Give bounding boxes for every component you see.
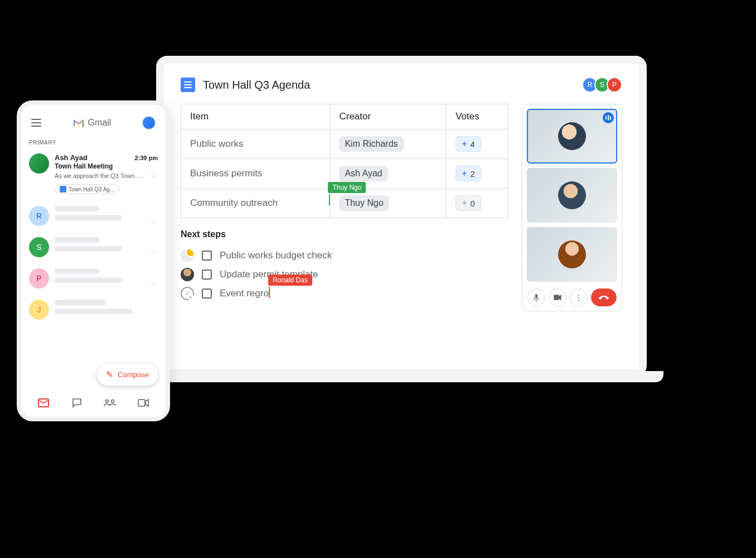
- doc-title[interactable]: Town Hall Q3 Agenda: [203, 79, 310, 92]
- attachment-chip[interactable]: Town Hall Q3 Ag...: [55, 184, 119, 194]
- cell-votes[interactable]: +4: [447, 129, 508, 159]
- cell-text: Community outreach: [190, 198, 278, 208]
- email-list-item-placeholder[interactable]: P ☆: [29, 263, 158, 294]
- doc-body: Item Creator Votes Public works Kim Rich…: [181, 104, 622, 311]
- meet-controls: ⋮: [527, 286, 617, 306]
- more-options-button[interactable]: ⋮: [570, 288, 588, 306]
- vote-count: 4: [470, 140, 474, 149]
- compose-label: Compose: [118, 371, 149, 379]
- participant-video: [527, 168, 617, 223]
- plus-icon: +: [462, 198, 467, 208]
- sender-avatar: [29, 153, 49, 174]
- star-icon[interactable]: ☆: [150, 170, 158, 181]
- collab-cursor-red: [269, 287, 270, 298]
- cell-item[interactable]: Community outreach: [181, 189, 330, 218]
- assignee-avatar[interactable]: [181, 268, 194, 281]
- laptop-base: [139, 371, 663, 382]
- collab-cursor-label: Ronald Das: [268, 275, 312, 286]
- step-text-wrap[interactable]: Event regro Ronald Das: [220, 288, 269, 299]
- laptop-device-frame: Town Hall Q3 Agenda R S P Item Creator V…: [156, 56, 647, 377]
- vote-button[interactable]: +0: [455, 195, 481, 211]
- participant-video: [527, 227, 617, 282]
- checkbox[interactable]: [202, 251, 212, 261]
- collaborator-avatar-p[interactable]: P: [607, 77, 622, 93]
- sender-avatar: S: [29, 237, 49, 257]
- mic-button[interactable]: [527, 288, 545, 306]
- checkbox[interactable]: [202, 288, 212, 299]
- docs-attachment-icon: [60, 186, 66, 193]
- email-subject: Town Hall Meeting: [55, 162, 158, 170]
- star-icon[interactable]: ☆: [150, 247, 158, 257]
- email-list-item-placeholder[interactable]: R ☆: [29, 200, 158, 232]
- email-list-item-placeholder[interactable]: S ☆: [29, 232, 158, 263]
- step-text[interactable]: Public works budget check: [220, 250, 332, 261]
- gmail-logo-icon: [72, 118, 85, 127]
- creator-chip[interactable]: Kim Richards: [339, 136, 403, 152]
- checkbox[interactable]: [202, 270, 212, 280]
- cell-creator[interactable]: Kim Richards: [330, 129, 447, 159]
- step-text: Event regro: [220, 288, 269, 299]
- table-header-row: Item Creator Votes: [181, 104, 508, 129]
- sender-avatar: J: [29, 300, 49, 320]
- hangup-button[interactable]: [591, 288, 617, 306]
- email-time: 2:39 pm: [134, 155, 158, 161]
- gmail-header: Gmail: [29, 112, 158, 137]
- bottom-nav: [21, 393, 166, 412]
- svg-point-0: [106, 400, 109, 403]
- col-item: Item: [181, 104, 330, 129]
- creator-chip[interactable]: Thuy Ngo: [339, 195, 389, 211]
- col-votes: Votes: [447, 104, 508, 129]
- svg-point-1: [112, 400, 114, 403]
- cell-item[interactable]: Business permits: [181, 159, 330, 189]
- assignee-avatar[interactable]: [181, 249, 194, 262]
- google-meet-panel: ⋮: [522, 104, 622, 311]
- cell-creator[interactable]: Thuy Ngo Thuy Ngo: [330, 189, 447, 218]
- email-sender: Ash Ayad: [55, 153, 88, 162]
- vote-button[interactable]: +2: [455, 166, 481, 181]
- star-icon[interactable]: ☆: [150, 278, 158, 288]
- nav-meet-icon[interactable]: [137, 398, 149, 408]
- nav-mail-icon[interactable]: [37, 398, 50, 408]
- cell-votes[interactable]: +0: [447, 189, 508, 218]
- doc-header-left: Town Hall Q3 Agenda: [181, 78, 310, 92]
- cell-item[interactable]: Public works: [181, 129, 330, 159]
- meet-participant-tile[interactable]: [527, 109, 617, 163]
- plus-icon: +: [462, 139, 467, 149]
- email-list-item-placeholder[interactable]: J: [29, 294, 158, 325]
- meet-participant-tile[interactable]: [527, 168, 617, 223]
- collab-cursor-label: Thuy Ngo: [328, 182, 366, 193]
- pencil-icon: ✎: [106, 369, 113, 380]
- compose-button[interactable]: ✎ Compose: [97, 364, 158, 386]
- gmail-brand: Gmail: [72, 118, 112, 128]
- creator-chip[interactable]: Ash Ayad: [339, 166, 387, 181]
- google-docs-icon[interactable]: [181, 78, 195, 92]
- step-row[interactable]: Update permit template: [181, 265, 508, 284]
- attachment-name: Town Hall Q3 Ag...: [69, 186, 114, 193]
- next-steps-heading: Next steps: [181, 229, 508, 239]
- table-row[interactable]: Community outreach Thuy Ngo Thuy Ngo +0: [181, 189, 508, 218]
- nav-spaces-icon[interactable]: [104, 398, 116, 408]
- doc-main: Item Creator Votes Public works Kim Rich…: [181, 104, 508, 311]
- sender-avatar: R: [29, 206, 49, 226]
- collaborator-avatars: R S P: [585, 77, 622, 93]
- step-row[interactable]: Event regro Ronald Das: [181, 284, 508, 303]
- star-icon[interactable]: ☆: [150, 215, 158, 226]
- table-row[interactable]: Public works Kim Richards +4: [181, 129, 508, 159]
- hamburger-menu-icon[interactable]: [31, 119, 41, 127]
- vote-button[interactable]: +4: [455, 136, 481, 152]
- participant-video: [528, 110, 616, 162]
- gmail-brand-text: Gmail: [88, 118, 112, 128]
- vote-count: 0: [470, 199, 474, 208]
- nav-chat-icon[interactable]: [71, 398, 83, 408]
- plus-icon: +: [462, 169, 467, 179]
- camera-button[interactable]: [549, 288, 566, 306]
- assign-task-icon[interactable]: [181, 287, 194, 300]
- profile-avatar[interactable]: [142, 116, 156, 129]
- step-row[interactable]: Public works budget check: [181, 246, 508, 265]
- cell-votes[interactable]: +2: [447, 159, 508, 189]
- col-creator: Creator: [330, 104, 447, 129]
- vote-count: 2: [470, 169, 474, 179]
- inbox-tab-primary[interactable]: PRIMARY: [29, 137, 158, 150]
- email-list-item[interactable]: Ash Ayad 2:39 pm Town Hall Meeting As we…: [29, 150, 158, 200]
- meet-participant-tile[interactable]: [527, 227, 617, 282]
